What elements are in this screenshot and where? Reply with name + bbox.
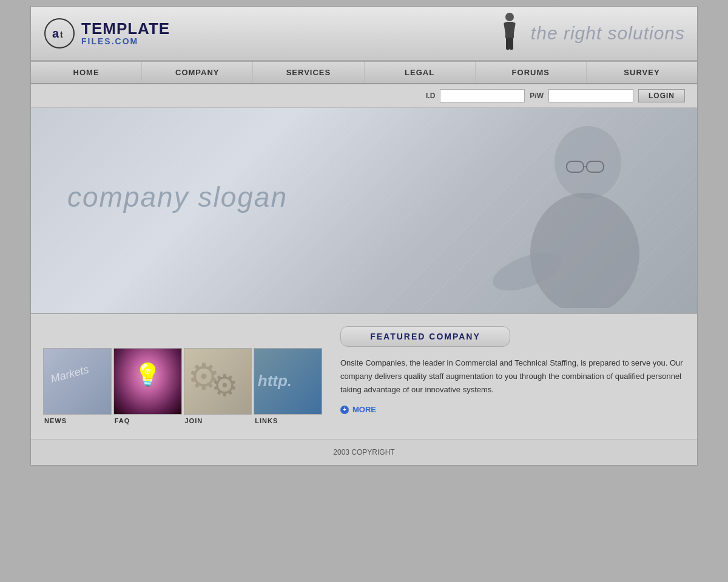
thumb-faq-item[interactable]: FAQ [113, 348, 182, 427]
links-thumbnail [254, 348, 322, 415]
thumbnail-grid: NEWS FAQ JOIN LINKS [43, 348, 322, 427]
id-label: I.D [426, 92, 435, 100]
hero-banner: company slogan [31, 108, 697, 314]
nav-item-forums[interactable]: FORUMS [476, 62, 587, 83]
svg-point-0 [45, 19, 74, 48]
login-button[interactable]: LOGIN [638, 89, 685, 102]
nav-item-services[interactable]: SERVICES [253, 62, 364, 83]
right-column: FEATURED COMPANY Onsite Companies, the l… [322, 326, 685, 427]
news-label: NEWS [43, 415, 112, 427]
spacer [43, 326, 322, 348]
svg-rect-7 [506, 38, 510, 50]
content-area: NEWS FAQ JOIN LINKS [31, 314, 697, 439]
header-person-figure [494, 11, 525, 56]
logo-text: TEMPLATE FILES.COM [81, 21, 170, 46]
id-input[interactable] [440, 89, 525, 102]
hero-figure [430, 120, 661, 308]
svg-point-3 [505, 13, 514, 21]
more-label: MORE [352, 405, 376, 414]
featured-company-button[interactable]: FEATURED COMPANY [340, 326, 510, 347]
page-wrapper: a t TEMPLATE FILES.COM the right s [30, 6, 698, 466]
copyright-text: 2003 COPYRIGHT [333, 448, 394, 457]
login-bar: I.D P/W LOGIN [31, 84, 697, 108]
pw-label: P/W [530, 92, 544, 100]
thumb-news-item[interactable]: NEWS [43, 348, 112, 427]
thumb-links-item[interactable]: LINKS [254, 348, 322, 427]
links-label: LINKS [254, 415, 322, 427]
logo-title: TEMPLATE [81, 21, 170, 36]
left-column: NEWS FAQ JOIN LINKS [43, 326, 322, 427]
nav-item-survey[interactable]: SURVEY [587, 62, 697, 83]
pw-input[interactable] [548, 89, 633, 102]
svg-text:t: t [60, 30, 63, 39]
svg-point-10 [530, 193, 639, 308]
more-link[interactable]: + MORE [340, 405, 685, 414]
nav-item-home[interactable]: HOME [31, 62, 142, 83]
person-silhouette [497, 12, 522, 55]
svg-rect-8 [510, 38, 513, 50]
header: a t TEMPLATE FILES.COM the right s [31, 7, 697, 61]
svg-text:a: a [52, 27, 59, 40]
header-right: the right solutions [494, 11, 685, 56]
logo-icon: a t [43, 17, 76, 50]
join-label: JOIN [184, 415, 252, 427]
faq-thumbnail [113, 348, 182, 415]
faq-label: FAQ [113, 415, 182, 427]
news-thumbnail [43, 348, 112, 415]
featured-description: Onsite Companies, the leader in Commerci… [340, 356, 685, 396]
nav-item-legal[interactable]: LEGAL [365, 62, 476, 83]
main-nav: HOME COMPANY SERVICES LEGAL FORUMS SURVE… [31, 61, 697, 84]
featured-button-wrap: FEATURED COMPANY [340, 326, 685, 347]
thumb-join-item[interactable]: JOIN [184, 348, 252, 427]
more-icon: + [340, 406, 349, 414]
tagline: the right solutions [531, 23, 685, 44]
hero-person-svg [430, 120, 661, 308]
logo-area: a t TEMPLATE FILES.COM [43, 17, 170, 50]
nav-item-company[interactable]: COMPANY [142, 62, 253, 83]
footer: 2003 COPYRIGHT [31, 439, 697, 465]
join-thumbnail [184, 348, 252, 415]
hero-slogan: company slogan [67, 181, 288, 213]
logo-subtitle: FILES.COM [81, 36, 170, 46]
